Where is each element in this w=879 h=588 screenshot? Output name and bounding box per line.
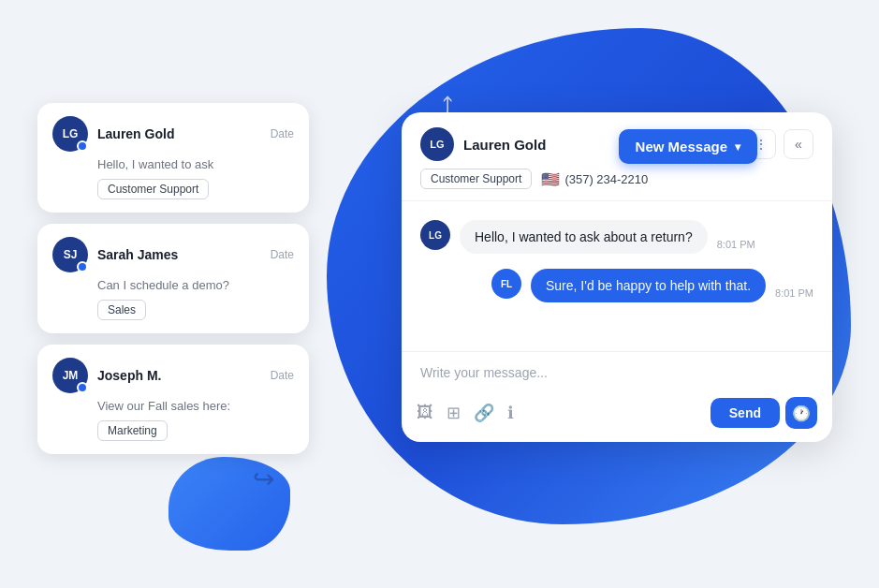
message-row: LG Hello, I wanted to ask about a return… [420,220,813,254]
conv-preview: View our Fall sales here: [52,399,294,413]
message-bubble: Hello, I wanted to ask about a return? [460,220,708,254]
schedule-button[interactable]: 🕐 [785,397,817,429]
conv-date: Date [271,369,294,382]
contact-name: Sarah James [97,247,178,262]
squiggle-bottom-icon: ↪ [253,463,274,494]
chat-header-left: LG Lauren Gold [420,127,546,161]
chat-panel: LG Lauren Gold ⛶ ⋮ « Custome [402,112,832,442]
conversation-item[interactable]: SJ Sarah James Date Can I schedule a dem… [37,224,309,333]
collapse-icon: « [795,137,802,152]
message-time: 8:01 PM [717,239,755,250]
avatar: LG [52,116,88,152]
chat-contact-name: Lauren Gold [463,137,546,153]
send-area: Send 🕐 [711,397,817,429]
online-dot [77,382,88,393]
flag-icon: 🇺🇸 [541,170,560,188]
info-icon[interactable]: ℹ [507,403,514,423]
conversation-item[interactable]: LG Lauren Gold Date Hello, I wanted to a… [37,103,309,213]
message-bubble-sent: Sure, I'd be happy to help with that. [531,269,766,302]
message-input-placeholder[interactable]: Write your message... [402,352,832,390]
message-avatar-fl: FL [491,269,521,299]
send-button[interactable]: Send [711,398,780,428]
avatar: JM [52,358,88,393]
avatar: SJ [52,237,88,272]
conversation-item[interactable]: JM Joseph M. Date View our Fall sales he… [37,345,309,454]
conv-name-row: Joseph M. Date [97,368,294,383]
conv-date: Date [271,248,294,261]
chevron-down-icon: ▾ [735,140,740,154]
image-icon[interactable]: 🖼 [417,403,433,423]
new-message-button[interactable]: New Message ▾ [619,129,757,164]
chat-meta: Customer Support 🇺🇸 (357) 234-2210 [420,169,813,189]
collapse-button[interactable]: « [784,129,813,159]
chat-header: LG Lauren Gold ⛶ ⋮ « Custome [402,112,832,201]
online-dot [77,140,88,152]
conv-header: JM Joseph M. Date [52,358,294,393]
chat-contact-avatar: LG [420,127,454,161]
online-dot [77,261,88,272]
phone-number: (357) 234-2210 [564,172,648,186]
conv-name-row: Lauren Gold Date [97,126,294,141]
conv-name-row: Sarah James Date [97,247,294,262]
link-icon[interactable]: 🔗 [474,403,494,423]
grid-icon[interactable]: ⊞ [447,403,461,423]
placeholder-text: Write your message... [420,365,548,380]
chat-contact-tag: Customer Support [420,169,532,189]
conv-tag: Marketing [97,420,168,441]
conv-header: SJ Sarah James Date [52,237,294,272]
toolbar-icons: 🖼 ⊞ 🔗 ℹ [417,403,514,423]
message-row: 8:01 PM Sure, I'd be happy to help with … [420,269,813,302]
conv-preview: Hello, I wanted to ask [52,157,294,171]
conv-tag: Customer Support [97,179,209,199]
clock-icon: 🕐 [792,404,811,422]
conversation-list: LG Lauren Gold Date Hello, I wanted to a… [37,103,309,454]
conv-tag: Sales [97,300,146,320]
squiggle-top-icon: ⤴ [440,94,453,124]
conv-header: LG Lauren Gold Date [52,116,294,152]
scene: ⤴ ↪ New Message ▾ LG Lauren Gold Date He… [0,0,879,588]
new-message-label: New Message [636,139,727,154]
message-time: 8:01 PM [775,287,813,299]
contact-name: Joseph M. [97,368,161,383]
chat-phone: 🇺🇸 (357) 234-2210 [541,170,648,188]
chat-toolbar: 🖼 ⊞ 🔗 ℹ Send 🕐 [402,390,832,442]
chat-messages: LG Hello, I wanted to ask about a return… [402,201,832,351]
chat-input-area: Write your message... 🖼 ⊞ 🔗 ℹ Send 🕐 [402,351,832,442]
contact-name: Lauren Gold [97,126,174,141]
message-avatar: LG [420,220,450,250]
conv-preview: Can I schedule a demo? [52,278,294,292]
conv-date: Date [271,127,294,140]
